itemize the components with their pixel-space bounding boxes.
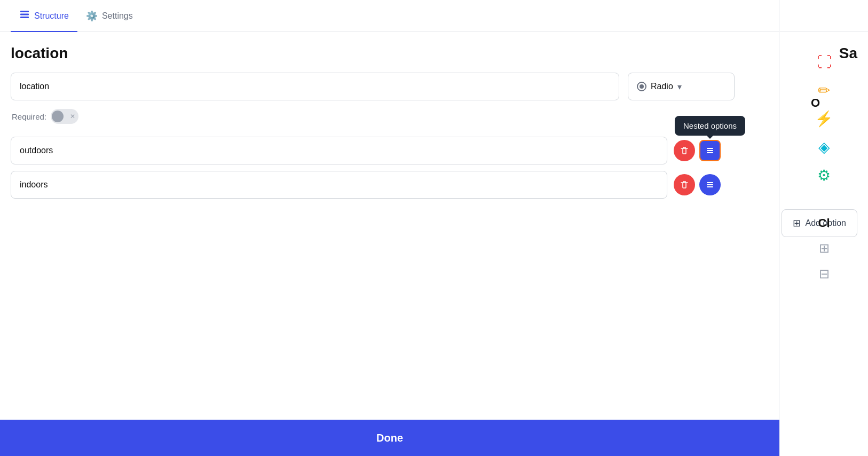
main-content: Structure ⚙️ Settings location Sa Radio …: [0, 0, 868, 456]
page-title: location: [11, 45, 68, 62]
svg-rect-3: [707, 148, 713, 149]
radio-icon: [637, 82, 646, 91]
structure-icon: [19, 9, 30, 22]
o-partial-label: O: [811, 96, 820, 110]
trash-icon: [680, 146, 689, 155]
svg-rect-8: [707, 186, 713, 187]
option-input-1[interactable]: [11, 137, 667, 164]
options-area: Nested options: [11, 137, 857, 199]
settings-icon: ⚙️: [86, 10, 98, 22]
option-row-1: Nested options: [11, 137, 857, 164]
svg-rect-5: [707, 152, 713, 153]
svg-rect-6: [707, 182, 713, 183]
option-2-actions: [674, 174, 721, 195]
option-row-2: [11, 171, 857, 199]
tab-structure-label: Structure: [34, 11, 69, 21]
sidebar-icon-1: ⛶: [817, 53, 832, 71]
delete-option-2-button[interactable]: [674, 174, 695, 195]
nested-options-button-1[interactable]: [699, 140, 721, 161]
svg-rect-7: [707, 184, 713, 185]
svg-rect-4: [707, 150, 713, 151]
svg-rect-0: [20, 11, 29, 12]
sidebar-icon-5: ⚙: [817, 167, 831, 184]
nested-options-tooltip-container: Nested options: [699, 140, 721, 161]
type-label: Radio: [651, 82, 673, 91]
sidebar-icon-3: ⚡: [815, 110, 833, 128]
option-1-actions: Nested options: [674, 140, 721, 161]
radio-inner: [640, 84, 644, 89]
svg-rect-1: [20, 14, 29, 15]
done-button[interactable]: Done: [0, 420, 779, 456]
nested-icon: [705, 146, 715, 155]
field-name-row: Radio ▾: [11, 73, 857, 100]
right-sidebar: ⛶ ✏ ⚡ ◈ ⚙ Cl ⊞ ⊟: [779, 0, 868, 456]
done-button-container: Done: [0, 420, 779, 456]
required-label: Required:: [12, 112, 46, 121]
cl-partial-label: Cl: [818, 216, 830, 230]
tabs-bar: Structure ⚙️ Settings: [0, 0, 868, 32]
nested-icon-2: [705, 180, 715, 190]
sidebar-icon-4: ◈: [818, 138, 830, 156]
option-input-2[interactable]: [11, 171, 667, 199]
field-name-input[interactable]: [11, 73, 619, 100]
form-area: Radio ▾ Required: ✕: [0, 73, 868, 237]
trash-icon-2: [680, 180, 689, 190]
sidebar-icon-6: ⊞: [819, 241, 830, 256]
add-option-wrapper: ⊞ Add option: [11, 209, 857, 237]
nested-options-tooltip: Nested options: [675, 116, 745, 136]
tab-settings-label: Settings: [102, 11, 133, 21]
required-toggle[interactable]: ✕: [51, 109, 78, 124]
delete-option-1-button[interactable]: [674, 140, 695, 161]
toggle-knob: [52, 111, 64, 122]
page-header: location Sa: [0, 32, 868, 73]
sidebar-icon-7: ⊟: [819, 266, 830, 281]
nested-options-button-2[interactable]: [699, 174, 721, 195]
tab-structure[interactable]: Structure: [11, 0, 77, 32]
toggle-x-icon: ✕: [70, 113, 75, 120]
tab-settings[interactable]: ⚙️ Settings: [77, 0, 141, 32]
svg-rect-2: [20, 17, 29, 18]
chevron-down-icon: ▾: [677, 82, 682, 92]
type-selector[interactable]: Radio ▾: [628, 73, 735, 100]
